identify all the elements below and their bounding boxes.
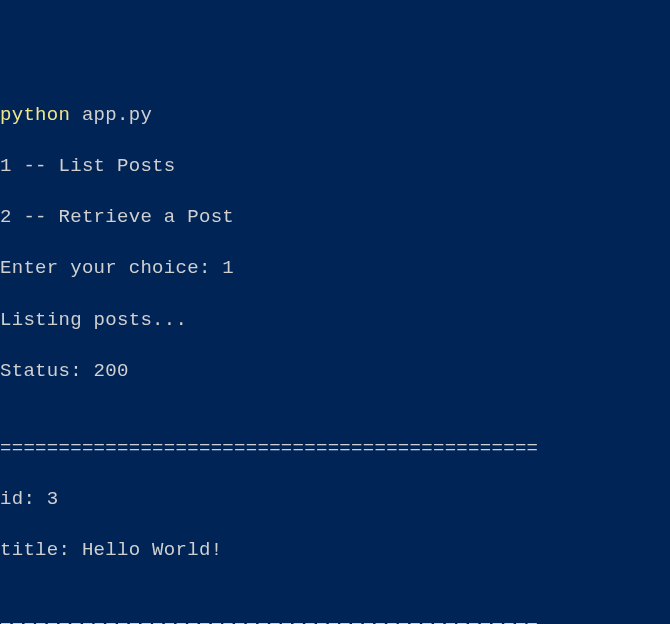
- post-id-line: id: 3: [0, 487, 670, 513]
- separator: ========================================…: [0, 615, 670, 624]
- http-status-1: Status: 200: [0, 359, 670, 385]
- menu-option-2: 2 -- Retrieve a Post: [0, 205, 670, 231]
- command-exe: python: [0, 104, 70, 126]
- command-line: python app.py: [0, 103, 670, 129]
- command-arg: app.py: [70, 104, 152, 126]
- choice-prompt-1: Enter your choice: 1: [0, 256, 670, 282]
- separator: ========================================…: [0, 436, 670, 462]
- listing-status: Listing posts...: [0, 308, 670, 334]
- menu-option-1: 1 -- List Posts: [0, 154, 670, 180]
- post-title-line: title: Hello World!: [0, 538, 670, 564]
